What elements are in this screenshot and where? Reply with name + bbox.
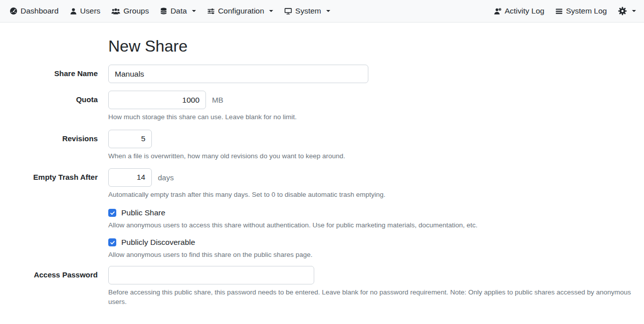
check-icon xyxy=(110,210,115,216)
share-name-label: Share Name xyxy=(0,65,98,78)
nav-item-configuration[interactable]: Configuration xyxy=(201,3,279,20)
user-icon xyxy=(70,8,77,15)
top-navbar: Dashboard Users Groups Data Confi xyxy=(0,0,644,23)
desktop-icon xyxy=(284,8,292,15)
chevron-down-icon xyxy=(326,10,330,12)
empty-trash-row: Empty Trash After days Automatically emp… xyxy=(0,168,632,199)
quota-help: How much storage this share can use. Lea… xyxy=(108,113,632,122)
quota-row: Quota MB How much storage this share can… xyxy=(0,91,632,122)
database-icon xyxy=(160,7,167,15)
nav-item-system[interactable]: System xyxy=(279,3,336,20)
main-content: New Share Share Name Quota MB How much s… xyxy=(0,23,644,324)
dashboard-icon xyxy=(10,7,18,15)
public-share-checkbox[interactable] xyxy=(108,209,116,217)
empty-trash-unit: days xyxy=(158,173,174,182)
quota-unit: MB xyxy=(212,96,224,104)
quota-input[interactable] xyxy=(108,91,206,109)
nav-item-label: Data xyxy=(170,7,187,16)
empty-trash-input[interactable] xyxy=(108,168,152,187)
public-share-label[interactable]: Public Share xyxy=(121,208,165,217)
revisions-input[interactable] xyxy=(108,130,152,148)
nav-item-dashboard[interactable]: Dashboard xyxy=(4,3,64,20)
empty-trash-help: Automatically empty trash after this man… xyxy=(108,190,632,199)
nav-item-users[interactable]: Users xyxy=(64,3,106,20)
access-password-row: Access Password Before accessing this pu… xyxy=(0,266,632,306)
public-share-help: Allow anonymous users to access this sha… xyxy=(108,221,632,230)
share-name-row: Share Name xyxy=(0,65,632,83)
publicly-discoverable-checkbox[interactable] xyxy=(108,238,116,246)
settings-dropdown[interactable] xyxy=(612,3,639,20)
sliders-icon xyxy=(207,8,215,15)
access-password-label: Access Password xyxy=(0,266,98,279)
quota-label: Quota xyxy=(0,91,98,104)
chevron-down-icon xyxy=(632,10,636,12)
chevron-down-icon xyxy=(269,10,273,12)
nav-item-label: System Log xyxy=(566,7,607,16)
nav-item-label: Configuration xyxy=(218,7,264,16)
access-password-help: Before accessing this public share, this… xyxy=(108,288,632,306)
nav-item-label: Users xyxy=(80,7,100,16)
nav-item-system-log[interactable]: System Log xyxy=(550,3,612,20)
check-icon xyxy=(110,240,115,245)
access-password-input[interactable] xyxy=(108,266,314,284)
publicly-discoverable-row: Publicly Discoverable Allow anonymous us… xyxy=(0,236,632,259)
nav-item-label: Activity Log xyxy=(505,7,544,16)
page-title: New Share xyxy=(108,37,632,56)
nav-item-label: System xyxy=(295,7,321,16)
revisions-help: When a file is overwritten, how many old… xyxy=(108,152,632,161)
nav-item-label: Groups xyxy=(123,7,149,16)
chevron-down-icon xyxy=(192,10,196,12)
button-row: Save Cancel xyxy=(0,314,632,324)
nav-item-label: Dashboard xyxy=(21,7,59,16)
nav-item-activity-log[interactable]: Activity Log xyxy=(488,3,550,20)
users-icon xyxy=(111,8,120,15)
navbar-left: Dashboard Users Groups Data Confi xyxy=(4,3,336,20)
user-activity-icon xyxy=(494,8,502,15)
nav-item-groups[interactable]: Groups xyxy=(106,3,154,20)
navbar-right: Activity Log System Log xyxy=(488,3,639,20)
revisions-row: Revisions When a file is overwritten, ho… xyxy=(0,130,632,161)
empty-trash-label: Empty Trash After xyxy=(0,168,98,181)
public-share-row: Public Share Allow anonymous users to ac… xyxy=(0,207,632,230)
bars-icon xyxy=(555,8,563,15)
nav-item-data[interactable]: Data xyxy=(154,3,201,20)
publicly-discoverable-label[interactable]: Publicly Discoverable xyxy=(121,238,195,247)
publicly-discoverable-help: Allow anonymous users to find this share… xyxy=(108,250,632,259)
gear-icon xyxy=(618,7,627,16)
share-name-input[interactable] xyxy=(108,65,368,83)
revisions-label: Revisions xyxy=(0,130,98,143)
